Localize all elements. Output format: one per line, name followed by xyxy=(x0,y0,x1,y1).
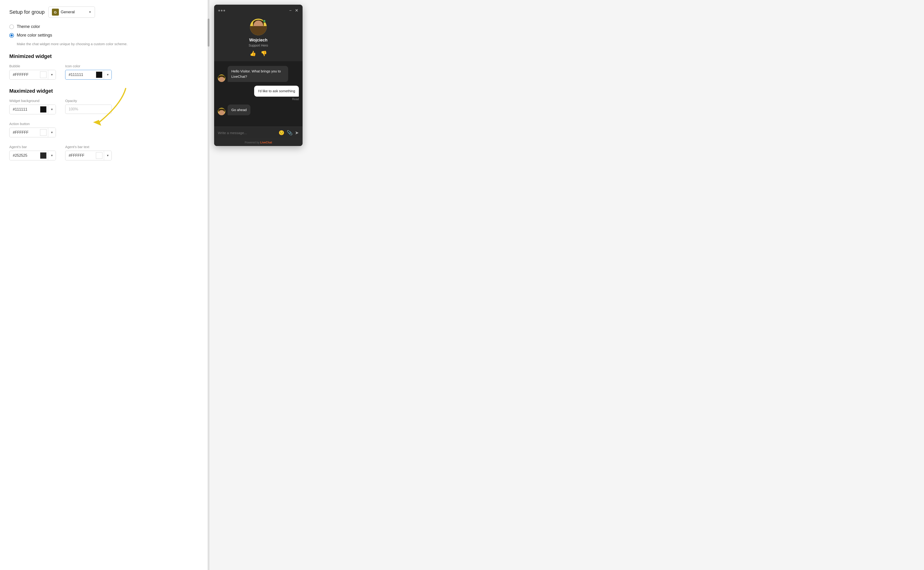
chat-widget: − ✕ Wojciech Support Hero 👍 👎 xyxy=(214,5,303,146)
agents-bar-text-swatch[interactable] xyxy=(95,151,104,160)
action-btn-label: Action button xyxy=(9,122,56,126)
visitor-message-bubble: I'd like to ask something xyxy=(254,86,299,97)
setup-label: Setup for group xyxy=(9,9,45,15)
thumbs-down-button[interactable]: 👎 xyxy=(261,51,267,57)
thumbs-up-button[interactable]: 👍 xyxy=(250,51,256,57)
icon-swatch-box xyxy=(96,72,102,78)
widget-bg-hex: #111111 xyxy=(9,105,39,114)
action-button-row: Action button #FFFFFF ▼ xyxy=(9,122,200,137)
action-btn-field-group: Action button #FFFFFF ▼ xyxy=(9,122,56,137)
widget-bg-color-input[interactable]: #111111 ▼ xyxy=(9,104,56,114)
agent-message-2-bubble: Go ahead xyxy=(228,104,251,115)
minimized-widget-section: Minimized widget Bubble #FFFFFF ▼ Icon c… xyxy=(9,53,200,80)
chat-input-area: 🙂 📎 ➤ xyxy=(214,126,303,139)
opacity-input[interactable]: 100% xyxy=(65,104,112,114)
livechat-brand: LiveChat xyxy=(260,141,272,144)
widget-bg-swatch[interactable] xyxy=(39,105,48,114)
minimized-widget-title: Minimized widget xyxy=(9,53,200,60)
agent-feedback-buttons: 👍 👎 xyxy=(250,51,267,57)
visitor-message-row: I'd like to ask something Read xyxy=(218,86,299,101)
emoji-button[interactable]: 🙂 xyxy=(278,130,285,135)
agents-bar-text-swatch-box xyxy=(96,152,102,159)
agent-name: Wojciech xyxy=(249,38,268,43)
bubble-hex-value: #FFFFFF xyxy=(9,70,39,79)
bubble-swatch-box xyxy=(40,72,47,78)
agents-bar-text-field-group: Agent's bar text #FFFFFF ▼ xyxy=(65,145,112,161)
agent-avatar-small-1 xyxy=(218,75,225,82)
group-dropdown[interactable]: G General ▼ xyxy=(48,6,95,18)
maximized-widget-section: Maximized widget Widget background #1111… xyxy=(9,88,200,161)
icon-color-field-group: Icon color #111111 ▼ xyxy=(65,64,112,80)
bubble-label: Bubble xyxy=(9,64,56,68)
chat-footer: Powered by LiveChat xyxy=(214,139,303,146)
maximized-bg-row: Widget background #111111 ▼ Opacity 100% xyxy=(9,99,200,114)
bubble-dropdown-btn[interactable]: ▼ xyxy=(48,70,56,80)
message-read-status: Read xyxy=(292,98,299,101)
action-btn-hex: #FFFFFF xyxy=(9,128,39,137)
agents-bar-text-label: Agent's bar text xyxy=(65,145,112,149)
icon-color-input[interactable]: #111111 ▼ xyxy=(65,70,112,80)
agent-avatar-small-2 xyxy=(218,108,225,115)
group-icon: G xyxy=(52,9,59,15)
online-status-dot xyxy=(263,20,266,23)
icon-color-dropdown-btn[interactable]: ▼ xyxy=(104,70,112,80)
agent-avatar-wrap xyxy=(250,18,267,35)
bubble-color-input[interactable]: #FFFFFF ▼ xyxy=(9,70,56,80)
chat-message-input[interactable] xyxy=(218,131,276,135)
agents-bar-text-dropdown-btn[interactable]: ▼ xyxy=(104,151,112,160)
agents-bar-field-group: Agent's bar #252525 ▼ xyxy=(9,145,56,161)
right-panel: − ✕ Wojciech Support Hero 👍 👎 xyxy=(210,0,307,570)
agent-message-1-row: Hello Visitor. What brings you to LiveCh… xyxy=(218,66,299,82)
action-btn-dropdown-btn[interactable]: ▼ xyxy=(48,128,56,137)
header-row: Setup for group G General ▼ xyxy=(9,6,200,18)
agents-bar-swatch-box xyxy=(40,152,47,159)
theme-color-radio[interactable] xyxy=(9,25,14,29)
chat-agent-area: Wojciech Support Hero 👍 👎 xyxy=(214,15,303,61)
theme-color-option[interactable]: Theme color xyxy=(9,24,200,29)
action-btn-color-input[interactable]: #FFFFFF ▼ xyxy=(9,127,56,137)
opacity-label: Opacity xyxy=(65,99,112,103)
more-color-radio[interactable] xyxy=(9,33,14,38)
chat-menu-dots[interactable] xyxy=(218,10,225,11)
chat-window-buttons: − ✕ xyxy=(289,8,298,13)
agents-bar-swatch[interactable] xyxy=(39,151,48,160)
agents-bar-color-input[interactable]: #252525 ▼ xyxy=(9,151,56,161)
group-name-label: General xyxy=(61,10,87,14)
attach-button[interactable]: 📎 xyxy=(287,130,292,135)
icon-color-label: Icon color xyxy=(65,64,112,68)
bubble-color-swatch[interactable] xyxy=(39,70,48,80)
maximized-widget-title: Maximized widget xyxy=(9,88,200,94)
agents-bar-text-hex: #FFFFFF xyxy=(66,151,95,160)
icon-color-swatch[interactable] xyxy=(95,70,104,80)
agents-bar-text-color-input[interactable]: #FFFFFF ▼ xyxy=(65,151,112,161)
chat-messages: Hello Visitor. What brings you to LiveCh… xyxy=(214,61,303,126)
action-btn-swatch-box xyxy=(40,129,47,136)
chat-close-button[interactable]: ✕ xyxy=(295,8,298,13)
scrollbar-track[interactable] xyxy=(208,0,210,570)
widget-bg-label: Widget background xyxy=(9,99,56,103)
agents-bar-hex: #252525 xyxy=(9,151,39,160)
agents-bar-dropdown-btn[interactable]: ▼ xyxy=(48,151,56,160)
more-color-option[interactable]: More color settings xyxy=(9,33,200,38)
opacity-field-group: Opacity 100% xyxy=(65,99,112,114)
agent-title: Support Hero xyxy=(249,44,268,47)
widget-bg-swatch-box xyxy=(40,106,47,113)
theme-color-label: Theme color xyxy=(17,24,40,29)
send-button[interactable]: ➤ xyxy=(295,130,299,135)
agent-message-2-row: Go ahead xyxy=(218,104,299,115)
action-btn-swatch[interactable] xyxy=(39,128,48,137)
agent-message-1-bubble: Hello Visitor. What brings you to LiveCh… xyxy=(228,66,288,82)
chat-topbar: − ✕ xyxy=(214,5,303,15)
widget-bg-field-group: Widget background #111111 ▼ xyxy=(9,99,56,114)
agents-bar-row: Agent's bar #252525 ▼ Agent's bar text #… xyxy=(9,145,200,161)
agents-bar-label: Agent's bar xyxy=(9,145,56,149)
icon-color-hex-value: #111111 xyxy=(66,70,95,79)
more-color-label: More color settings xyxy=(17,33,52,38)
more-color-description: Make the chat widget more unique by choo… xyxy=(17,41,200,47)
chat-minimize-button[interactable]: − xyxy=(289,8,292,13)
scrollbar-thumb[interactable] xyxy=(208,18,210,47)
bubble-field-group: Bubble #FFFFFF ▼ xyxy=(9,64,56,80)
powered-by-text: Powered by xyxy=(245,141,259,144)
chevron-down-icon: ▼ xyxy=(89,11,92,14)
widget-bg-dropdown-btn[interactable]: ▼ xyxy=(48,105,56,114)
